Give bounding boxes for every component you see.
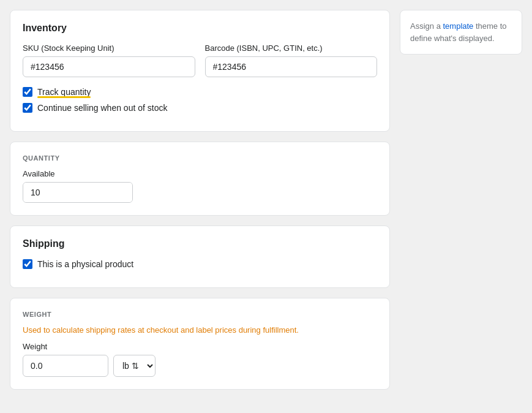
weight-row: lb ⇅ kg oz g [23, 355, 377, 377]
physical-product-row: This is a physical product [23, 259, 377, 269]
physical-product-checkbox[interactable] [23, 259, 32, 269]
shipping-card: Shipping This is a physical product [10, 225, 390, 288]
shipping-title: Shipping [23, 238, 377, 249]
sidebar-card: Assign a template theme to define what's… [400, 10, 522, 55]
barcode-label: Barcode (ISBN, UPC, GTIN, etc.) [205, 44, 378, 53]
weight-unit-select[interactable]: lb ⇅ kg oz g [113, 355, 155, 377]
weight-section-label: WEIGHT [23, 311, 377, 318]
continue-selling-row: Continue selling when out of stock [23, 103, 377, 113]
weight-note: Used to calculate shipping rates at chec… [23, 325, 377, 335]
sku-input[interactable] [23, 56, 195, 77]
sku-label: SKU (Stock Keeping Unit) [23, 44, 195, 53]
inventory-card: Inventory SKU (Stock Keeping Unit) Barco… [10, 10, 390, 132]
physical-product-label[interactable]: This is a physical product [37, 259, 133, 269]
barcode-input[interactable] [205, 56, 378, 77]
sidebar-template-link[interactable]: template [443, 21, 473, 31]
barcode-group: Barcode (ISBN, UPC, GTIN, etc.) [205, 44, 378, 77]
sku-barcode-row: SKU (Stock Keeping Unit) Barcode (ISBN, … [23, 44, 377, 77]
quantity-section-label: QUANTITY [23, 154, 377, 162]
weight-card: WEIGHT Used to calculate shipping rates … [10, 298, 390, 390]
continue-selling-label[interactable]: Continue selling when out of stock [37, 103, 167, 113]
weight-label: Weight [23, 342, 377, 351]
quantity-section: Available ▲ ▼ [23, 169, 377, 203]
track-quantity-row: Track quantity [23, 87, 377, 97]
track-quantity-label[interactable]: Track quantity [37, 87, 91, 97]
quantity-spinner: ▲ ▼ [23, 182, 133, 203]
sidebar: Assign a template theme to define what's… [400, 10, 522, 390]
sidebar-text: Assign a template theme to define what's… [410, 20, 512, 44]
sku-group: SKU (Stock Keeping Unit) [23, 44, 195, 77]
track-quantity-checkbox[interactable] [23, 87, 32, 97]
quantity-card: QUANTITY Available ▲ ▼ [10, 142, 390, 216]
continue-selling-checkbox[interactable] [23, 103, 32, 113]
inventory-title: Inventory [23, 23, 377, 34]
weight-input[interactable] [23, 355, 108, 377]
quantity-input[interactable] [23, 183, 133, 202]
available-label: Available [23, 169, 377, 178]
